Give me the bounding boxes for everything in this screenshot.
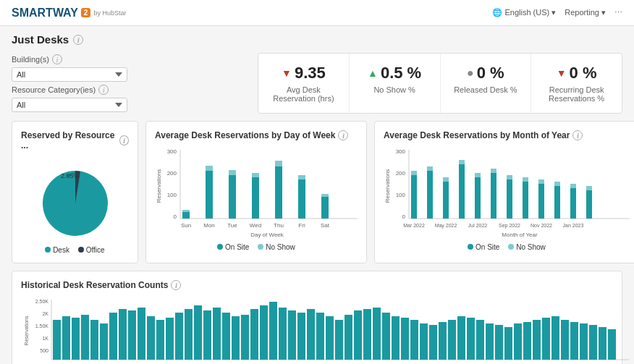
- hist-bar-33: [363, 309, 371, 360]
- building-info-icon[interactable]: i: [52, 54, 62, 64]
- noshow-legend-week: No Show: [258, 243, 295, 251]
- office-legend-dot: [78, 247, 84, 253]
- bar-m1-ns: [411, 171, 417, 175]
- x-may22: May 2022: [435, 223, 457, 229]
- hist-bar-16: [203, 310, 211, 360]
- arrow-down-icon2: ▼: [557, 67, 567, 79]
- x-axis-label-month: Month of Year: [502, 232, 538, 238]
- x-label-wed: Wed: [250, 222, 261, 229]
- x-nov22: Nov 2022: [531, 223, 552, 228]
- y-0-m: 0: [402, 213, 406, 220]
- hist-bar-55: [570, 322, 578, 360]
- hist-bar-45: [476, 320, 484, 360]
- hist-bar-38: [410, 320, 418, 360]
- bar-m9-ns: [538, 179, 544, 184]
- y-100-m: 100: [396, 192, 406, 198]
- bar-m2: [427, 171, 433, 219]
- hist-bar-10: [147, 316, 155, 360]
- hist-bar-4: [90, 320, 98, 360]
- top-section: Building(s) i All Resource Category(ies)…: [12, 53, 622, 121]
- hist-bar-30: [335, 320, 343, 360]
- bar-sun-noshow: [182, 210, 190, 212]
- logo-badge: 2: [81, 8, 91, 17]
- hist-bar-39: [420, 323, 428, 360]
- hist-bar-49: [514, 323, 522, 360]
- bar-m8: [523, 182, 528, 219]
- onsite-legend-week: On Site: [217, 243, 249, 251]
- resource-info-icon[interactable]: i: [98, 85, 109, 95]
- resource-select[interactable]: All: [12, 98, 127, 112]
- metrics-row: ▼ 9.35 Avg Desk Reservation (hrs) ▲ 0.5 …: [258, 53, 622, 114]
- hist-bar-18: [222, 313, 230, 360]
- bar-m5: [475, 177, 481, 219]
- bar-week-info-icon[interactable]: i: [338, 130, 348, 140]
- hist-bar-31: [345, 315, 352, 360]
- hist-bar-8: [128, 310, 136, 360]
- hist-bar-12: [166, 318, 174, 360]
- reporting-button[interactable]: Reporting ▾: [565, 8, 606, 17]
- bar-month-title: Average Desk Reservations by Month of Ye…: [384, 130, 630, 140]
- hist-bar-13: [175, 313, 183, 360]
- hist-bar-34: [373, 308, 381, 360]
- hist-bar-26: [297, 313, 305, 360]
- x-label-sun: Sun: [181, 222, 191, 229]
- metric-recurring: ▼ 0 % Recurring Desk Reservations %: [531, 54, 622, 113]
- x-jan23: Jan 2023: [563, 223, 584, 228]
- desk-legend-dot: [45, 247, 51, 253]
- hist-bar-3: [81, 315, 89, 360]
- hist-bar-19: [232, 316, 240, 360]
- hist-bar-40: [429, 325, 437, 360]
- office-legend-label: Office: [86, 246, 105, 254]
- page-info-icon[interactable]: i: [73, 35, 83, 45]
- bar-month-info-icon[interactable]: i: [572, 130, 583, 140]
- hist-bar-58: [599, 327, 606, 360]
- bar-m7: [507, 179, 512, 219]
- x-sep22: Sep 2022: [499, 223, 520, 229]
- bar-month-svg: 300 200 100 0 Reservations: [384, 146, 630, 240]
- x-label-fri: Fri: [298, 222, 305, 229]
- dot-icon: ●: [467, 67, 474, 80]
- noshow-dot-week: [258, 244, 263, 250]
- building-select[interactable]: All: [12, 67, 127, 82]
- metric-avg-label: Avg Desk Reservation (hrs): [270, 85, 337, 103]
- hist-bar-14: [185, 309, 193, 360]
- pie-chart-title: Reserved by Resource ... i: [21, 130, 129, 151]
- charts-row-1: Reserved by Resource ... i 2.95% Desk: [12, 121, 622, 263]
- noshow-legend-month: No Show: [508, 243, 545, 251]
- hist-bar-47: [495, 325, 503, 360]
- bar-mon-onsite: [206, 171, 213, 219]
- desk-legend-label: Desk: [53, 246, 69, 254]
- ellipsis-icon[interactable]: ⋯: [614, 8, 622, 17]
- x-axis-label-week: Day of Week: [250, 232, 284, 238]
- bar-m4: [459, 164, 465, 219]
- metric-avg-desk: ▼ 9.35 Avg Desk Reservation (hrs): [258, 54, 350, 113]
- pie-legend: Desk Office: [21, 246, 129, 254]
- language-selector[interactable]: 🌐 English (US) ▾: [492, 8, 556, 17]
- historical-title: Historical Desk Reservation Counts i: [21, 280, 613, 290]
- hist-bar-11: [156, 320, 164, 360]
- bar-week-card: Average Desk Reservations by Day of Week…: [145, 121, 367, 263]
- hist-bar-43: [457, 316, 465, 360]
- historical-info-icon[interactable]: i: [171, 280, 181, 290]
- week-legend: On Site No Show: [155, 243, 358, 251]
- bar-m7-ns: [507, 175, 512, 179]
- x-label-tue: Tue: [227, 222, 237, 229]
- bar-sat-noshow: [321, 194, 329, 197]
- bar-sat-onsite: [321, 197, 329, 219]
- metric-recurring-value: ▼ 0 %: [543, 64, 610, 82]
- hist-bar-42: [448, 320, 456, 360]
- historical-card: Historical Desk Reservation Counts i 2.5…: [12, 271, 622, 364]
- metric-noshow-value: ▲ 0.5 %: [361, 64, 428, 82]
- bar-sun-onsite: [182, 212, 190, 219]
- bar-m10-ns: [554, 182, 560, 186]
- historical-svg: 2.50K 2K 1.50K 1K 500 Reservations // We…: [21, 296, 629, 364]
- logo-sub: by HubStar: [93, 9, 126, 17]
- hist-bar-35: [382, 313, 390, 360]
- pie-info-icon[interactable]: i: [119, 135, 129, 145]
- page-content: Just Desks i Building(s) i All Resource …: [0, 26, 634, 364]
- arrow-up-icon: ▲: [368, 67, 378, 79]
- pie-chart-svg: 2.95%: [21, 156, 130, 243]
- bar-thu-noshow: [275, 161, 282, 166]
- hist-bar-44: [467, 318, 475, 360]
- metric-noshow-label: No Show %: [361, 85, 428, 94]
